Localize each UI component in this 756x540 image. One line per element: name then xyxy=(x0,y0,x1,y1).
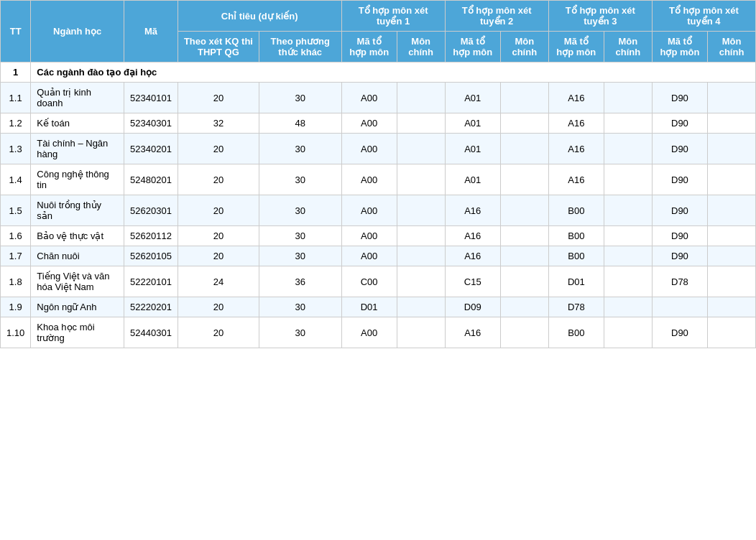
cell-mh3: D01 xyxy=(548,266,604,297)
cell-thpt: 20 xyxy=(178,246,259,266)
table-row: 1.2Kế toán523403013248A00A01A16D90 xyxy=(1,113,756,134)
cell-mon3 xyxy=(604,113,652,134)
cell-mon4 xyxy=(708,246,756,266)
cell-mh3: A16 xyxy=(548,164,604,195)
table-row: 1.5Nuôi trồng thủy sản526203012030A00A16… xyxy=(1,195,756,226)
cell-mon4 xyxy=(708,164,756,195)
header-nganh: Ngành học xyxy=(31,1,124,62)
cell-mon1 xyxy=(397,246,445,266)
header-monchinh4: Môn chính xyxy=(708,32,756,62)
cell-khac: 30 xyxy=(259,83,341,113)
cell-ma: 52340301 xyxy=(124,113,178,134)
header-tohop4: Tổ hợp môn xét tuyển 4 xyxy=(652,1,755,32)
table-row: 1.7Chăn nuôi526201052030A00A16B00D90 xyxy=(1,246,756,266)
cell-mon4 xyxy=(708,226,756,246)
main-table-container: TT Ngành học Mã Chỉ tiêu (dự kiến) Tổ hợ… xyxy=(0,0,756,348)
header-monchinh1: Môn chính xyxy=(397,32,445,62)
header-tt: TT xyxy=(1,1,31,62)
cell-mh4: D90 xyxy=(652,83,707,113)
cell-thpt: 20 xyxy=(178,226,259,246)
cell-mon2 xyxy=(500,297,548,317)
cell-mon2 xyxy=(500,113,548,134)
cell-nganh: Tài chính – Ngân hàng xyxy=(31,134,124,164)
table-row: 1.3Tài chính – Ngân hàng523402012030A00A… xyxy=(1,134,756,164)
cell-khac: 30 xyxy=(259,226,341,246)
cell-khac: 30 xyxy=(259,134,341,164)
cell-mon2 xyxy=(500,164,548,195)
cell-mon1 xyxy=(397,195,445,226)
cell-mh2: A01 xyxy=(445,134,500,164)
cell-ma: 52440301 xyxy=(124,317,178,348)
header-mh3: Mã tổ hợp môn xyxy=(548,32,604,62)
header-mh4: Mã tổ hợp môn xyxy=(652,32,707,62)
cell-khac: 36 xyxy=(259,266,341,297)
header-chitieu: Chỉ tiêu (dự kiến) xyxy=(178,1,341,32)
table-row: 1.6Bảo vệ thực vật526201122030A00A16B00D… xyxy=(1,226,756,246)
cell-thpt: 20 xyxy=(178,297,259,317)
cell-mh4: D90 xyxy=(652,246,707,266)
cell-tt: 1.5 xyxy=(1,195,31,226)
cell-mon3 xyxy=(604,266,652,297)
cell-mh2: A01 xyxy=(445,83,500,113)
cell-mh3: B00 xyxy=(548,317,604,348)
cell-mh2: A01 xyxy=(445,164,500,195)
cell-mon1 xyxy=(397,134,445,164)
cell-tt: 1.9 xyxy=(1,297,31,317)
header-tohop3: Tổ hợp môn xét tuyển 3 xyxy=(548,1,652,32)
cell-mon3 xyxy=(604,317,652,348)
cell-thpt: 20 xyxy=(178,83,259,113)
header-tohop2: Tổ hợp môn xét tuyển 2 xyxy=(445,1,548,32)
cell-khac: 30 xyxy=(259,195,341,226)
header-mh2: Mã tổ hợp môn xyxy=(445,32,500,62)
cell-nganh: Quản trị kinh doanh xyxy=(31,83,124,113)
cell-mon4 xyxy=(708,195,756,226)
cell-thpt: 24 xyxy=(178,266,259,297)
section-label: Các ngành đào tạo đại học xyxy=(31,62,756,83)
cell-thpt: 20 xyxy=(178,317,259,348)
cell-mh4: D90 xyxy=(652,164,707,195)
header-phuongthuc: Theo phương thức khác xyxy=(259,32,341,62)
cell-tt: 1.1 xyxy=(1,83,31,113)
cell-thpt: 20 xyxy=(178,164,259,195)
cell-nganh: Tiếng Việt và văn hóa Việt Nam xyxy=(31,266,124,297)
cell-mon1 xyxy=(397,113,445,134)
cell-khac: 48 xyxy=(259,113,341,134)
header-monchinh3: Môn chính xyxy=(604,32,652,62)
cell-mon1 xyxy=(397,297,445,317)
table-row: 1.8Tiếng Việt và văn hóa Việt Nam5222010… xyxy=(1,266,756,297)
cell-mh4: D90 xyxy=(652,195,707,226)
cell-nganh: Công nghệ thông tin xyxy=(31,164,124,195)
cell-mh4: D90 xyxy=(652,134,707,164)
cell-mh4: D90 xyxy=(652,113,707,134)
cell-khac: 30 xyxy=(259,246,341,266)
cell-mon1 xyxy=(397,164,445,195)
cell-ma: 52220201 xyxy=(124,297,178,317)
cell-mh3: A16 xyxy=(548,134,604,164)
cell-mh4 xyxy=(652,297,707,317)
cell-mon2 xyxy=(500,246,548,266)
header-tohop1: Tổ hợp môn xét tuyển 1 xyxy=(341,1,445,32)
cell-mon2 xyxy=(500,266,548,297)
cell-mh1: C00 xyxy=(341,266,397,297)
cell-nganh: Nuôi trồng thủy sản xyxy=(31,195,124,226)
cell-khac: 30 xyxy=(259,317,341,348)
cell-mon3 xyxy=(604,226,652,246)
cell-nganh: Ngôn ngữ Anh xyxy=(31,297,124,317)
cell-nganh: Chăn nuôi xyxy=(31,246,124,266)
cell-mh2: A16 xyxy=(445,226,500,246)
cell-mh1: A00 xyxy=(341,246,397,266)
cell-mon2 xyxy=(500,317,548,348)
cell-mon1 xyxy=(397,226,445,246)
cell-thpt: 20 xyxy=(178,134,259,164)
cell-ma: 52480201 xyxy=(124,164,178,195)
cell-mon4 xyxy=(708,83,756,113)
cell-ma: 52620105 xyxy=(124,246,178,266)
cell-mh2: C15 xyxy=(445,266,500,297)
table-row: 1.4Công nghệ thông tin524802012030A00A01… xyxy=(1,164,756,195)
cell-mh2: A16 xyxy=(445,195,500,226)
cell-mh1: A00 xyxy=(341,113,397,134)
cell-tt: 1.7 xyxy=(1,246,31,266)
section-row: 1Các ngành đào tạo đại học xyxy=(1,62,756,83)
cell-mon2 xyxy=(500,195,548,226)
cell-thpt: 32 xyxy=(178,113,259,134)
